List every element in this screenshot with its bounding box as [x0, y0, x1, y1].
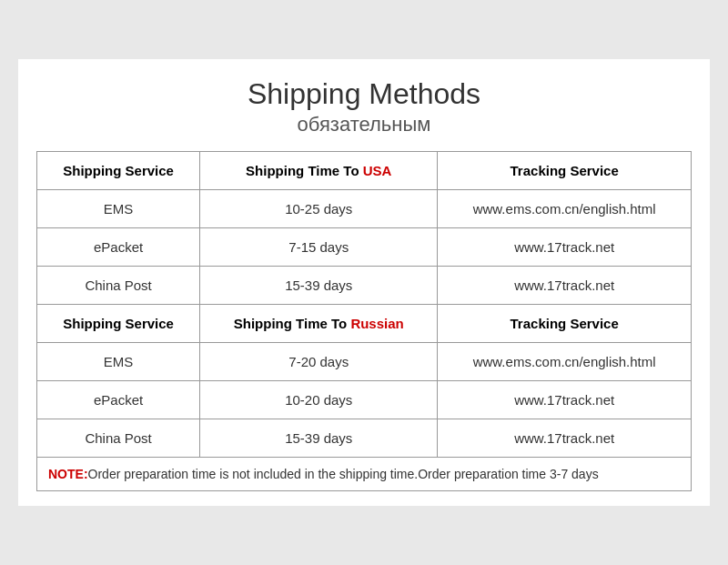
s1-col1-header: Shipping Service — [37, 152, 200, 190]
s1-r2-time: 7-15 days — [200, 228, 438, 267]
s2-r1-time: 7-20 days — [200, 343, 438, 381]
s2-row-2: ePacket 10-20 days www.17track.net — [37, 381, 692, 419]
s2-r3-service: China Post — [37, 419, 200, 458]
s2-r2-time: 10-20 days — [200, 381, 438, 419]
s1-col3-header: Tracking Service — [438, 152, 692, 190]
s1-r1-service: EMS — [37, 190, 200, 228]
s2-col3-header: Tracking Service — [438, 305, 692, 343]
s2-r2-service: ePacket — [37, 381, 200, 419]
note-text: Order preparation time is not included i… — [88, 467, 599, 481]
note-row: NOTE:Order preparation time is not inclu… — [37, 458, 692, 491]
s1-r3-service: China Post — [37, 267, 200, 305]
s2-col2-prefix: Shipping Time To — [234, 316, 351, 331]
s1-col2-header: Shipping Time To USA — [200, 152, 438, 190]
s2-col2-highlight: Russian — [350, 316, 403, 331]
s1-col2-highlight: USA — [363, 163, 392, 178]
s1-r3-tracking: www.17track.net — [438, 267, 692, 305]
s1-col2-prefix: Shipping Time To — [246, 163, 363, 178]
s1-r1-tracking: www.ems.com.cn/english.html — [438, 190, 692, 228]
s2-row-3: China Post 15-39 days www.17track.net — [37, 419, 692, 458]
s2-col2-header: Shipping Time To Russian — [200, 305, 438, 343]
s2-r3-time: 15-39 days — [200, 419, 438, 458]
shipping-table: Shipping Service Shipping Time To USA Tr… — [36, 151, 692, 491]
s2-col1-header: Shipping Service — [37, 305, 200, 343]
note-cell: NOTE:Order preparation time is not inclu… — [37, 458, 692, 491]
note-label: NOTE: — [48, 467, 88, 481]
section2-header-row: Shipping Service Shipping Time To Russia… — [37, 305, 692, 343]
main-container: Shipping Methods обязательным Shipping S… — [18, 59, 710, 506]
page-title: Shipping Methods — [36, 77, 692, 111]
s1-row-1: EMS 10-25 days www.ems.com.cn/english.ht… — [37, 190, 692, 228]
s2-row-1: EMS 7-20 days www.ems.com.cn/english.htm… — [37, 343, 692, 381]
s1-r2-service: ePacket — [37, 228, 200, 267]
s1-r1-time: 10-25 days — [200, 190, 438, 228]
s1-r2-tracking: www.17track.net — [438, 228, 692, 267]
section1-header-row: Shipping Service Shipping Time To USA Tr… — [37, 152, 692, 190]
s1-row-2: ePacket 7-15 days www.17track.net — [37, 228, 692, 267]
page-subtitle: обязательным — [36, 113, 692, 136]
s2-r1-service: EMS — [37, 343, 200, 381]
s2-r2-tracking: www.17track.net — [438, 381, 692, 419]
s1-row-3: China Post 15-39 days www.17track.net — [37, 267, 692, 305]
s2-r3-tracking: www.17track.net — [438, 419, 692, 458]
s1-r3-time: 15-39 days — [200, 267, 438, 305]
title-section: Shipping Methods обязательным — [36, 77, 692, 136]
s2-r1-tracking: www.ems.com.cn/english.html — [438, 343, 692, 381]
